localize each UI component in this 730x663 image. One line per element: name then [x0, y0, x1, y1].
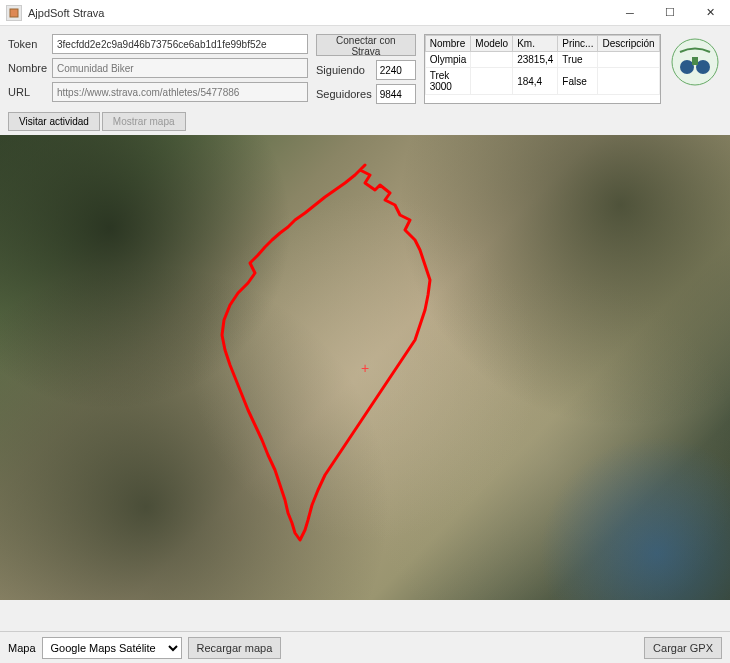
app-icon — [6, 5, 22, 21]
nombre-input[interactable] — [52, 58, 308, 78]
bikes-grid[interactable]: Nombre Modelo Km. Princ... Descripción O… — [424, 34, 661, 104]
url-label: URL — [8, 86, 48, 98]
minimize-button[interactable]: ─ — [610, 0, 650, 26]
token-label: Token — [8, 38, 48, 50]
bottom-toolbar: Mapa Google Maps Satélite Recargar mapa … — [0, 631, 730, 663]
url-input[interactable] — [52, 82, 308, 102]
tab-mostrar-mapa[interactable]: Mostrar mapa — [102, 112, 186, 131]
cargar-gpx-button[interactable]: Cargar GPX — [644, 637, 722, 659]
siguiendo-value — [376, 60, 416, 80]
col-km[interactable]: Km. — [513, 36, 558, 52]
maximize-button[interactable]: ☐ — [650, 0, 690, 26]
svg-point-2 — [680, 60, 694, 74]
svg-point-3 — [696, 60, 710, 74]
top-panel: Token Nombre URL Conectar con Strava Sig… — [0, 26, 730, 112]
token-input[interactable] — [52, 34, 308, 54]
col-modelo[interactable]: Modelo — [471, 36, 513, 52]
close-button[interactable]: ✕ — [690, 0, 730, 26]
recargar-mapa-button[interactable]: Recargar mapa — [188, 637, 282, 659]
seguidores-value — [376, 84, 416, 104]
table-row[interactable]: Olympia 23815,4 True — [425, 52, 659, 68]
col-nombre[interactable]: Nombre — [425, 36, 471, 52]
map-type-select[interactable]: Google Maps Satélite — [42, 637, 182, 659]
tabs-row: Visitar actividad Mostrar mapa — [0, 112, 730, 135]
mapa-label: Mapa — [8, 642, 36, 654]
map-view[interactable]: + — [0, 135, 730, 600]
svg-rect-4 — [692, 57, 698, 65]
window-title: AjpdSoft Strava — [28, 7, 610, 19]
tab-visitar-actividad[interactable]: Visitar actividad — [8, 112, 100, 131]
connect-strava-button[interactable]: Conectar con Strava — [316, 34, 416, 56]
col-princ[interactable]: Princ... — [558, 36, 598, 52]
seguidores-label: Seguidores — [316, 88, 372, 100]
col-descripcion[interactable]: Descripción — [598, 36, 659, 52]
app-logo — [669, 34, 722, 89]
map-center-crosshair-icon: + — [361, 360, 369, 376]
window-titlebar: AjpdSoft Strava ─ ☐ ✕ — [0, 0, 730, 26]
nombre-label: Nombre — [8, 62, 48, 74]
siguiendo-label: Siguiendo — [316, 64, 372, 76]
svg-rect-0 — [10, 9, 18, 17]
table-row[interactable]: Trek 3000 184,4 False — [425, 68, 659, 95]
